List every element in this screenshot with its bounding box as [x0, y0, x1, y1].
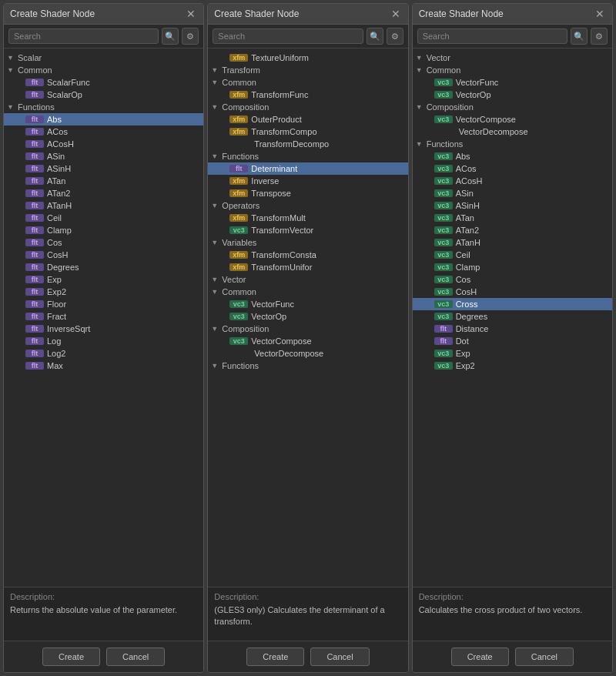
tree-category[interactable]: Vector: [413, 52, 612, 64]
tree-item[interactable]: vc3VectorOp: [413, 89, 612, 101]
tree-item[interactable]: vc3ATan: [413, 212, 612, 224]
tree-item[interactable]: fltDeterminant: [208, 162, 407, 175]
tree-item[interactable]: vc3ATan2: [413, 224, 612, 236]
tree-item[interactable]: fltFloor: [4, 298, 203, 310]
tree-category[interactable]: Common: [208, 76, 407, 89]
search-icon-btn[interactable]: 🔍: [571, 28, 588, 45]
search-input[interactable]: [8, 28, 159, 44]
cancel-button[interactable]: Cancel: [310, 648, 369, 666]
search-icon-btn[interactable]: 🔍: [367, 28, 383, 45]
tree-item[interactable]: vc3VectorOp: [208, 310, 407, 323]
tree-item[interactable]: TransformDecompo: [208, 138, 407, 150]
tree-category[interactable]: Composition: [413, 101, 612, 113]
tree-item[interactable]: vc3CosH: [413, 286, 612, 298]
tree-category[interactable]: Scalar: [4, 52, 203, 64]
tree-category[interactable]: Operators: [208, 199, 407, 212]
tree-item[interactable]: vc3Degrees: [413, 310, 612, 323]
tree-item[interactable]: fltCeil: [4, 212, 203, 224]
tree-item[interactable]: VectorDecompose: [413, 125, 612, 138]
tree-item[interactable]: fltCosH: [4, 249, 203, 261]
tree-item[interactable]: vc3Ceil: [413, 249, 612, 261]
search-input[interactable]: [417, 28, 567, 44]
tree-category[interactable]: Common: [4, 64, 203, 76]
tree-item[interactable]: fltDegrees: [4, 261, 203, 273]
search-input[interactable]: [213, 28, 363, 44]
tree-item[interactable]: vc3VectorCompose: [208, 335, 407, 347]
tree-item[interactable]: fltMax: [4, 360, 203, 372]
filter-icon-btn[interactable]: ⚙: [182, 28, 199, 45]
tree-item[interactable]: vc3Clamp: [413, 261, 612, 273]
create-button[interactable]: Create: [451, 648, 509, 666]
tree-item[interactable]: xfmTranspose: [208, 187, 407, 199]
tree-item[interactable]: fltAbs: [4, 113, 203, 125]
tree-item[interactable]: fltInverseSqrt: [4, 323, 203, 335]
item-label: VectorCompose: [456, 115, 516, 124]
cancel-button[interactable]: Cancel: [106, 648, 165, 666]
close-button[interactable]: ✕: [185, 8, 197, 19]
cancel-button[interactable]: Cancel: [515, 648, 574, 666]
tree-category[interactable]: Vector: [208, 273, 407, 286]
tree-item[interactable]: fltClamp: [4, 224, 203, 236]
tree-item[interactable]: VectorDecompose: [208, 347, 407, 360]
tree-category[interactable]: Variables: [208, 236, 407, 249]
filter-icon-btn[interactable]: ⚙: [591, 28, 608, 45]
tree-item[interactable]: xfmTransformMult: [208, 212, 407, 224]
tree-item[interactable]: vc3ASin: [413, 187, 612, 199]
tree-item[interactable]: xfmTextureUniform: [208, 52, 407, 64]
tree-item[interactable]: fltATan2: [4, 187, 203, 199]
tree-item[interactable]: vc3ATanH: [413, 236, 612, 249]
tree-item[interactable]: vc3Cos: [413, 273, 612, 286]
tree-item[interactable]: fltASin: [4, 150, 203, 162]
tree-category[interactable]: Transform: [208, 64, 407, 76]
tree-item[interactable]: xfmOuterProduct: [208, 113, 407, 125]
tree-category[interactable]: Common: [208, 286, 407, 298]
tree-category[interactable]: Composition: [208, 323, 407, 335]
filter-icon-btn[interactable]: ⚙: [387, 28, 403, 45]
item-label: Ceil: [456, 250, 470, 259]
tree-item[interactable]: fltATanH: [4, 199, 203, 212]
tree-item[interactable]: vc3ASinH: [413, 199, 612, 212]
tree-item[interactable]: fltDistance: [413, 323, 612, 335]
tree-item[interactable]: fltLog2: [4, 347, 203, 360]
close-button[interactable]: ✕: [594, 8, 606, 19]
tree-item[interactable]: fltScalarFunc: [4, 76, 203, 89]
tree-category[interactable]: Functions: [4, 101, 203, 113]
tree-item[interactable]: vc3Abs: [413, 150, 612, 162]
tree-item[interactable]: fltASinH: [4, 162, 203, 175]
tree-item[interactable]: fltCos: [4, 236, 203, 249]
tree-category[interactable]: Common: [413, 64, 612, 76]
type-badge: flt: [229, 165, 248, 172]
create-button[interactable]: Create: [42, 648, 100, 666]
tree-item[interactable]: xfmTransformConsta: [208, 249, 407, 261]
tree-item[interactable]: vc3Exp: [413, 347, 612, 360]
create-button[interactable]: Create: [246, 648, 304, 666]
tree-category[interactable]: Functions: [413, 138, 612, 150]
tree-item[interactable]: fltDot: [413, 335, 612, 347]
tree-category[interactable]: Functions: [208, 360, 407, 372]
tree-item[interactable]: vc3Exp2: [413, 360, 612, 372]
close-button[interactable]: ✕: [390, 8, 402, 19]
tree-item[interactable]: vc3VectorFunc: [413, 76, 612, 89]
tree-category[interactable]: Functions: [208, 150, 407, 162]
tree-item[interactable]: fltLog: [4, 335, 203, 347]
tree-item[interactable]: fltACos: [4, 125, 203, 138]
tree-item[interactable]: vc3Cross: [413, 298, 612, 310]
tree-item[interactable]: vc3VectorFunc: [208, 298, 407, 310]
tree-item[interactable]: vc3ACos: [413, 162, 612, 175]
tree-item[interactable]: fltExp2: [4, 286, 203, 298]
tree-item[interactable]: vc3VectorCompose: [413, 113, 612, 125]
tree-item[interactable]: fltExp: [4, 273, 203, 286]
tree-category[interactable]: Composition: [208, 101, 407, 113]
tree-item[interactable]: fltScalarOp: [4, 89, 203, 101]
panel-1: Create Shader Node ✕ 🔍 ⚙ ScalarCommonflt…: [3, 3, 204, 673]
tree-item[interactable]: fltACosH: [4, 138, 203, 150]
tree-item[interactable]: xfmTransformCompo: [208, 125, 407, 138]
tree-item[interactable]: xfmTransformUnifor: [208, 261, 407, 273]
search-icon-btn[interactable]: 🔍: [162, 28, 179, 45]
tree-item[interactable]: fltFract: [4, 310, 203, 323]
tree-item[interactable]: fltATan: [4, 175, 203, 187]
tree-item[interactable]: vc3ACosH: [413, 175, 612, 187]
tree-item[interactable]: xfmTransformFunc: [208, 89, 407, 101]
tree-item[interactable]: xfmInverse: [208, 175, 407, 187]
tree-item[interactable]: vc3TransformVector: [208, 224, 407, 236]
